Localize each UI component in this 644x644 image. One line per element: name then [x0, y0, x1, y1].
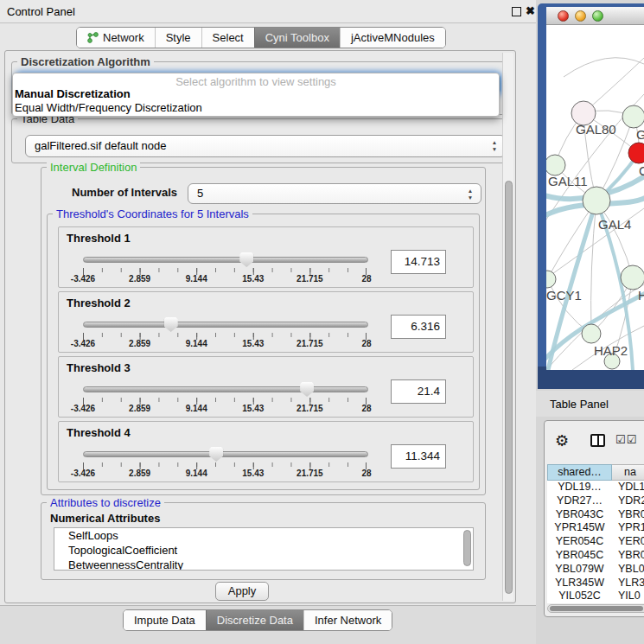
node-label-gal4: GAL4 [598, 217, 631, 232]
table-row[interactable]: YLR345WYLR3 [547, 577, 644, 590]
tab-infer-network[interactable]: Infer Network [303, 610, 392, 630]
network-canvas[interactable]: GAL80 G C GAL11 GAL4 GCY1 H HAP2 [546, 25, 644, 370]
table-row[interactable]: YIL052CYIL0 [547, 590, 644, 603]
threshold-1-value-field[interactable]: 14.713 [391, 250, 446, 274]
table-row[interactable]: YDL19…YDL1 [547, 481, 644, 494]
columns-icon[interactable] [590, 434, 605, 447]
threshold-3-slider[interactable] [83, 380, 367, 398]
top-tab-bar: Network Style Select Cyni Toolbox jActiv… [76, 27, 446, 48]
numerical-attributes-list[interactable]: SelfLoops TopologicalCoefficient Between… [54, 527, 474, 571]
threshold-3-value-field[interactable]: 21.4 [391, 379, 446, 404]
network-window-titlebar[interactable] [546, 7, 644, 25]
slider-track[interactable] [83, 451, 368, 457]
list-item[interactable]: TopologicalCoefficient [54, 543, 473, 558]
table-row[interactable]: YDR27…YDR2 [547, 494, 644, 508]
table-row[interactable]: YBR045CYBR0 [547, 549, 644, 563]
tab-impute-data[interactable]: Impute Data [124, 610, 206, 630]
scrollbar-thumb[interactable] [550, 606, 643, 611]
slider-thumb[interactable] [164, 317, 178, 332]
network-icon [87, 32, 99, 43]
tab-discretize-data[interactable]: Discretize Data [206, 610, 303, 630]
minimize-traffic-light-icon[interactable] [575, 10, 586, 22]
select-checkboxes-icon[interactable]: ☑☑ [615, 433, 637, 446]
slider-track[interactable] [83, 322, 368, 328]
table-panel-title: Table Panel [550, 398, 609, 411]
slider-tick-labels: -3.426 2.859 9.144 15.43 21.715 28 [83, 469, 367, 479]
threshold-2-label: Threshold 2 [67, 296, 131, 309]
tab-network[interactable]: Network [77, 28, 155, 48]
threshold-4-value-field[interactable]: 11.344 [391, 444, 446, 469]
list-scrollbar[interactable] [463, 530, 471, 566]
close-icon[interactable]: ✖ [526, 4, 535, 17]
threshold-4-label: Threshold 4 [67, 426, 131, 439]
zoom-traffic-light-icon[interactable] [592, 10, 603, 22]
list-item[interactable]: SelfLoops [54, 528, 473, 543]
node-table: shared… na YDL19…YDL1 YDR27…YDR2 YBR043C… [547, 464, 644, 611]
thresholds-group: Threshold's Coordinates for 5 Intervals … [47, 214, 480, 490]
network-node-gcy1[interactable] [546, 271, 556, 288]
float-window-icon[interactable] [512, 7, 521, 16]
attributes-group-label: Attributes to discretize [47, 496, 164, 509]
slider-track[interactable] [83, 386, 368, 392]
control-panel-titlebar: Control Panel ✖ [0, 0, 536, 23]
panel-vertical-scrollbar[interactable] [502, 53, 513, 601]
number-of-intervals-value: 5 [197, 187, 203, 200]
network-view-window: GAL80 G C GAL11 GAL4 GCY1 H HAP2 [538, 3, 644, 389]
threshold-2-value-field[interactable]: 6.316 [391, 315, 446, 339]
thresholds-group-label: Threshold's Coordinates for 5 Intervals [53, 207, 252, 220]
threshold-1-label: Threshold 1 [67, 232, 131, 245]
slider-thumb[interactable] [209, 447, 223, 462]
threshold-1-slider[interactable] [83, 251, 367, 268]
bottom-tab-strip: Impute Data Discretize Data Infer Networ… [0, 605, 536, 644]
right-panel: GAL80 G C GAL11 GAL4 GCY1 H HAP2 Table P… [536, 0, 644, 644]
close-traffic-light-icon[interactable] [558, 10, 569, 22]
table-row[interactable]: YBL079WYBL0 [547, 563, 644, 577]
slider-thumb[interactable] [239, 252, 253, 267]
network-node-gal11[interactable] [546, 155, 565, 175]
number-of-intervals-combobox[interactable]: 5 ▲▼ [188, 183, 481, 204]
column-header-name[interactable]: na [612, 464, 644, 481]
threshold-3-label: Threshold 3 [67, 361, 131, 374]
dropdown-hint: Select algorithm to view settings [13, 73, 499, 87]
tab-select[interactable]: Select [201, 28, 254, 48]
table-data-group: Table Data galFiltered.sif default node … [11, 118, 511, 163]
list-item[interactable]: BetweennessCentrality [54, 558, 473, 571]
slider-track[interactable] [83, 257, 368, 263]
node-label-g: G [636, 127, 644, 142]
dropdown-item-equal-width[interactable]: Equal Width/Frequency Discretization [13, 101, 499, 115]
tab-style[interactable]: Style [155, 28, 201, 48]
network-node-h[interactable] [621, 265, 644, 290]
network-node-red[interactable] [628, 143, 644, 163]
threshold-3-panel: Threshold 3 -3.426 2.859 9.144 15.43 21.… [58, 356, 474, 418]
table-data-combobox[interactable]: galFiltered.sif default node ▲▼ [25, 135, 506, 157]
threshold-2-slider[interactable] [83, 316, 367, 333]
slider-tick-labels: -3.426 2.859 9.144 15.43 21.715 28 [83, 404, 367, 414]
node-label-hap2: HAP2 [594, 343, 628, 358]
threshold-4-slider[interactable] [83, 445, 367, 462]
threshold-4-panel: Threshold 4 -3.426 2.859 9.144 15.43 21.… [58, 421, 474, 482]
column-header-shared-name[interactable]: shared… [547, 464, 612, 481]
panel-title: Control Panel [7, 5, 75, 18]
gear-icon[interactable]: ⚙ [555, 431, 569, 450]
table-row[interactable]: YBR043CYBR0 [547, 508, 644, 522]
slider-thumb[interactable] [300, 382, 314, 397]
table-row[interactable]: YPR145WYPR1 [547, 521, 644, 535]
network-node-g[interactable] [622, 105, 644, 128]
network-node-gal4[interactable] [583, 187, 610, 214]
tab-cyni-toolbox[interactable]: Cyni Toolbox [254, 28, 340, 48]
node-label-gal11: GAL11 [548, 174, 588, 188]
table-toolbar: ⚙ ☑☑ [545, 428, 644, 456]
table-panel: ⚙ ☑☑ shared… na YDL19…YDL1 YDR27…YDR2 YB… [544, 420, 644, 617]
apply-button[interactable]: Apply [215, 582, 269, 601]
network-node-hap2[interactable] [582, 324, 601, 343]
tab-jactivemnodules[interactable]: jActiveMNodules [340, 28, 445, 48]
table-row[interactable]: YER054CYER0 [547, 535, 644, 549]
combo-stepper-icon: ▲▼ [466, 188, 475, 201]
interval-definition-label: Interval Definition [47, 161, 140, 174]
number-of-intervals-label: Number of Intervals [72, 186, 177, 199]
dropdown-item-manual-discretization[interactable]: Manual Discretization [13, 87, 499, 101]
table-horizontal-scrollbar[interactable] [547, 604, 644, 613]
slider-tick-labels: -3.426 2.859 9.144 15.43 21.715 28 [83, 274, 367, 284]
bottom-tab-bar: Impute Data Discretize Data Infer Networ… [123, 609, 392, 631]
scrollbar-thumb[interactable] [505, 181, 513, 594]
